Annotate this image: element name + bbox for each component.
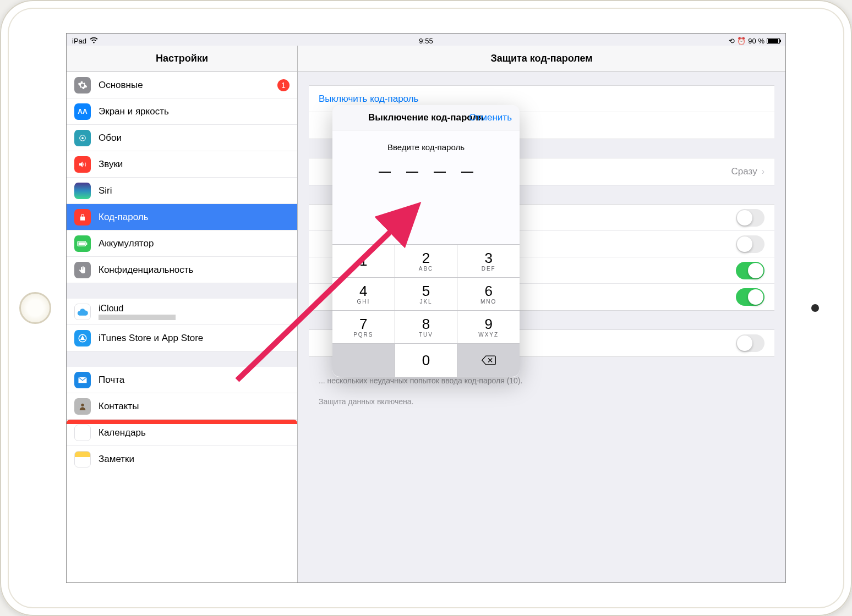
key-8[interactable]: 8TUV (395, 311, 458, 344)
sidebar-label: Основные (99, 80, 277, 91)
key-7[interactable]: 7PQRS (332, 311, 395, 344)
battery-percentage: 90 % (748, 37, 764, 45)
calendar-icon (74, 425, 91, 441)
key-1[interactable]: 1 (332, 245, 395, 278)
alarm-icon: ⏰ (737, 37, 746, 45)
sidebar-item-general[interactable]: Основные 1 (67, 72, 297, 98)
disable-passcode-link[interactable]: Выключить код-пароль (319, 94, 418, 105)
toggle-switch[interactable] (736, 288, 764, 306)
passcode-slot (406, 172, 418, 173)
settings-title: Настройки (67, 46, 297, 72)
passcode-input[interactable] (332, 172, 520, 173)
sidebar-item-passcode[interactable]: Код-пароль (67, 204, 297, 230)
sidebar-label: Заметки (99, 454, 290, 465)
speaker-icon (74, 156, 91, 173)
key-3[interactable]: 3DEF (457, 245, 520, 278)
status-bar: iPad 9:55 ⟲ ⏰ 90 % (67, 34, 785, 46)
key-6[interactable]: 6MNO (457, 278, 520, 311)
key-9[interactable]: 9WXYZ (457, 311, 520, 344)
sidebar-item-sounds[interactable]: Звуки (67, 151, 297, 178)
sidebar-item-calendar[interactable]: Календарь (67, 420, 297, 446)
cloud-icon (74, 304, 91, 320)
passcode-title: Защита код-паролем (298, 46, 785, 72)
cancel-button[interactable]: Отменить (469, 112, 512, 123)
sidebar-label: Аккумулятор (99, 238, 290, 249)
mail-icon (74, 372, 91, 388)
toggle-switch[interactable] (736, 262, 764, 279)
hand-icon (74, 262, 91, 278)
sidebar-label: Код-пароль (99, 212, 290, 223)
siri-icon (74, 183, 91, 199)
account-sub (99, 315, 176, 320)
key-2[interactable]: 2ABC (395, 245, 458, 278)
sidebar-label: Звуки (99, 159, 290, 170)
sidebar-item-wallpaper[interactable]: Обои (67, 125, 297, 151)
wifi-icon (90, 37, 98, 45)
sidebar-item-itunes[interactable]: iTunes Store и App Store (67, 325, 297, 351)
svg-point-6 (81, 403, 84, 406)
toggle-switch[interactable] (736, 209, 764, 227)
footer-text-1: ... нескольких неудачных попыток ввода к… (298, 376, 785, 397)
notification-badge: 1 (277, 79, 290, 91)
passcode-slot (379, 172, 391, 173)
wallpaper-icon (74, 130, 91, 146)
svg-rect-4 (86, 242, 88, 244)
ipad-frame: iPad 9:55 ⟲ ⏰ 90 % Настройки (0, 0, 852, 616)
orientation-lock-icon: ⟲ (729, 37, 735, 45)
notes-icon (74, 451, 91, 468)
sidebar-item-icloud[interactable]: iCloud (67, 299, 297, 325)
numeric-keypad: 1 2ABC 3DEF 4GHI 5JKL 6MNO 7PQRS 8TUV 9W… (332, 244, 520, 377)
sidebar-item-siri[interactable]: Siri (67, 178, 297, 204)
battery-icon (767, 38, 780, 44)
passcode-slot (434, 172, 446, 173)
toggle-switch[interactable] (736, 235, 764, 253)
screen: iPad 9:55 ⟲ ⏰ 90 % Настройки (66, 33, 786, 583)
sidebar-label: iTunes Store и App Store (99, 333, 290, 344)
sidebar-item-privacy[interactable]: Конфиденциальность (67, 257, 297, 283)
gear-icon (74, 77, 91, 94)
popover-title: Выключение код-пароля (368, 112, 484, 123)
home-button[interactable] (19, 292, 51, 324)
device-label: iPad (72, 37, 86, 45)
key-5[interactable]: 5JKL (395, 278, 458, 311)
sidebar-label: Экран и яркость (99, 106, 290, 117)
sidebar-item-battery[interactable]: Аккумулятор (67, 230, 297, 257)
contacts-icon (74, 398, 91, 415)
sidebar-item-mail[interactable]: Почта (67, 367, 297, 393)
clock: 9:55 (419, 37, 433, 45)
sidebar-label: Почта (99, 375, 290, 386)
settings-sidebar: Настройки Основные 1 AA Экран и яркость (67, 46, 298, 582)
footer-text-2: Защита данных включена. (298, 397, 785, 417)
passcode-popover: Выключение код-пароля Отменить Введите к… (332, 105, 520, 377)
svg-point-1 (81, 137, 84, 139)
key-blank (332, 344, 395, 377)
sidebar-item-display[interactable]: AA Экран и яркость (67, 98, 297, 125)
sidebar-label: iCloud (99, 304, 176, 314)
sidebar-item-notes[interactable]: Заметки (67, 446, 297, 472)
chevron-right-icon: › (762, 167, 764, 177)
require-value: Сразу (731, 166, 757, 177)
lock-icon (74, 209, 91, 226)
sidebar-item-contacts[interactable]: Контакты (67, 393, 297, 420)
appstore-icon (74, 330, 91, 346)
passcode-slot (461, 172, 473, 173)
sidebar-label: Siri (99, 185, 290, 196)
key-backspace[interactable] (457, 344, 520, 377)
key-0[interactable]: 0 (395, 344, 458, 377)
sidebar-label: Обои (99, 133, 290, 144)
svg-rect-3 (79, 242, 85, 245)
passcode-prompt: Введите код-пароль (332, 142, 520, 152)
text-size-icon: AA (74, 103, 91, 120)
toggle-switch[interactable] (736, 334, 764, 352)
battery-icon (74, 235, 91, 252)
sidebar-label: Календарь (99, 427, 290, 438)
sidebar-label: Конфиденциальность (99, 265, 290, 276)
key-4[interactable]: 4GHI (332, 278, 395, 311)
sidebar-label: Контакты (99, 401, 290, 412)
backspace-icon (481, 355, 496, 366)
front-camera (811, 304, 819, 312)
